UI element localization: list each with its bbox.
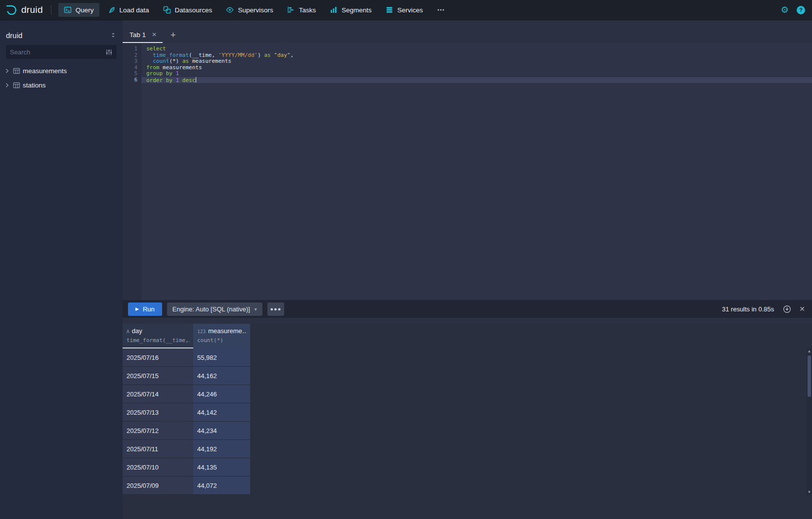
druid-logo[interactable]: druid [5,3,43,16]
column-type-icon: A [127,329,129,334]
sql-editor[interactable]: 123456 select time_format(__time, 'YYYY/… [123,43,812,300]
datasources-icon [163,6,171,14]
query-more-button[interactable]: ●●● [267,303,284,316]
column-type-icon: 123 [197,329,206,334]
cell-day[interactable]: 2025/07/09 [123,476,193,495]
nav-item-label: Datasources [175,6,213,14]
column-header-day[interactable]: Adaytime_format(__time,… [123,324,193,348]
search-box [6,45,117,59]
cell-day[interactable]: 2025/07/10 [123,458,193,476]
result-row: 2025/07/1444,246 [123,385,812,403]
nav-item-segments[interactable]: Segments [324,3,377,17]
tree-item-stations[interactable]: stations [0,78,123,92]
nav-item-label: Supervisors [238,6,273,14]
nav-item-label: Tasks [299,6,316,14]
column-name: day [132,327,142,335]
load-data-icon [108,6,116,14]
tab-label: Tab 1 [129,31,146,39]
result-row: 2025/07/1144,192 [123,440,812,458]
line-number-gutter: 123456 [123,43,141,300]
results-scrollbar[interactable]: ▲ ▼ [807,348,812,495]
brand-text: druid [21,4,43,15]
tree-item-label: measurements [23,67,67,75]
chevron-right-icon [4,82,10,88]
tab-1[interactable]: Tab 1 ✕ [123,27,163,43]
nav-item-tasks[interactable]: Tasks [282,3,322,17]
code-line: from measurements [141,65,812,71]
result-row: 2025/07/1344,142 [123,403,812,422]
code-line: count(*) as measurements [141,58,812,65]
table-icon [13,82,20,89]
result-row: 2025/07/1655,982 [123,348,812,367]
filter-sliders-icon[interactable] [105,48,113,56]
help-icon[interactable]: ? [797,6,805,14]
run-label: Run [143,305,155,313]
cell-day[interactable]: 2025/07/15 [123,367,193,385]
search-input[interactable] [10,48,105,56]
tree-item-label: stations [23,82,46,89]
cell-day[interactable]: 2025/07/13 [123,403,193,422]
code-area[interactable]: select time_format(__time, 'YYYY/MM/dd')… [141,43,812,300]
tab-close-icon[interactable]: ✕ [152,31,157,38]
code-line: group by 1 [141,71,812,77]
close-results-icon[interactable]: ✕ [799,305,805,313]
table-icon [13,67,20,75]
druid-console: druid QueryLoad dataDatasourcesSuperviso… [0,0,812,519]
cell-measurements[interactable]: 44,234 [193,422,250,440]
run-button[interactable]: ▶ Run [128,303,162,316]
column-header-measurements[interactable]: 123measureme…count(*) [193,324,250,348]
result-row: 2025/07/1044,135 [123,458,812,476]
line-number: 5 [123,71,137,77]
nav-item-load-data[interactable]: Load data [102,3,155,17]
play-icon: ▶ [135,306,139,311]
cell-day[interactable]: 2025/07/16 [123,348,193,367]
cell-measurements[interactable]: 55,982 [193,348,250,367]
navbar-right: ⚙ ? [781,5,805,14]
nav-item-more[interactable] [431,3,450,17]
engine-label: Engine: Auto [SQL (native)] [172,305,250,313]
scrollbar-thumb[interactable] [808,355,811,397]
results-panel: Adaytime_format(__time,…123measureme…cou… [123,324,812,519]
cell-measurements[interactable]: 44,142 [193,403,250,422]
nav-item-query[interactable]: Query [58,3,99,17]
query-view: Tab 1 ✕ + 123456 select time_format(__ti… [123,20,812,519]
main-nav: QueryLoad dataDatasourcesSupervisorsTask… [58,3,450,17]
cell-day[interactable]: 2025/07/12 [123,422,193,440]
nav-item-datasources[interactable]: Datasources [158,3,218,17]
tree-item-measurements[interactable]: measurements [0,64,123,78]
cell-measurements[interactable]: 44,192 [193,440,250,458]
download-icon[interactable] [783,305,791,313]
navbar-divider [51,5,51,15]
column-expression: count(*) [197,337,246,344]
cell-day[interactable]: 2025/07/14 [123,385,193,403]
cell-measurements[interactable]: 44,072 [193,476,250,495]
line-number: 6 [123,77,137,84]
cell-day[interactable]: 2025/07/11 [123,440,193,458]
nav-item-label: Services [397,6,423,14]
code-line: time_format(__time, 'YYYY/MM/dd') as "da… [141,52,812,59]
content: druid [0,20,812,519]
cell-measurements[interactable]: 44,246 [193,385,250,403]
add-tab-button[interactable]: + [163,27,184,43]
druid-logo-icon [5,3,18,16]
segments-icon [330,6,338,14]
scroll-up-icon[interactable]: ▲ [808,348,812,354]
column-expression: time_format(__time,… [127,337,189,344]
scroll-down-icon[interactable]: ▼ [808,489,812,495]
nav-item-services[interactable]: Services [380,3,428,17]
settings-gear-icon[interactable]: ⚙ [781,5,789,14]
schema-title: druid [6,31,22,40]
results-header: Adaytime_format(__time,…123measureme…cou… [123,324,812,348]
nav-item-supervisors[interactable]: Supervisors [220,3,278,17]
results-info: 31 results in 0.85s [722,305,774,313]
sort-double-caret-icon[interactable] [110,32,117,39]
nav-item-label: Load data [120,6,149,14]
services-icon [385,6,393,14]
nav-item-label: Query [76,6,94,14]
more-icon [437,6,445,14]
text-cursor [196,77,196,83]
cell-measurements[interactable]: 44,162 [193,367,250,385]
top-navbar: druid QueryLoad dataDatasourcesSuperviso… [0,0,812,20]
cell-measurements[interactable]: 44,135 [193,458,250,476]
engine-select-button[interactable]: Engine: Auto [SQL (native)] ▾ [167,303,262,316]
